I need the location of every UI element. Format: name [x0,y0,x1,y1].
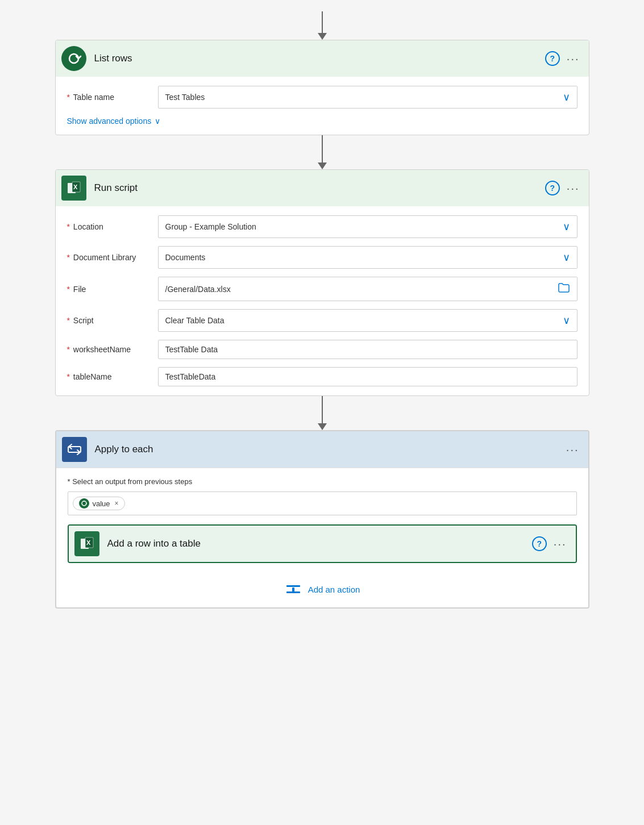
run-script-more-button[interactable]: ··· [567,182,580,195]
list-rows-help-button[interactable]: ? [545,51,560,66]
file-row: * File /General/Data.xlsx [67,277,577,301]
add-action-icon [284,580,302,598]
add-action-svg [284,580,302,598]
arrow-head [318,33,327,40]
arrow-head-1 [318,163,327,169]
script-value: Clear Table Data [165,316,225,325]
required-indicator: * [67,93,70,102]
document-library-label: * Document Library [67,253,158,262]
table-name-label: * Table name [67,93,158,102]
arrow-head-2 [318,423,327,430]
document-library-row: * Document Library Documents ∨ [67,246,577,269]
tag-icon [79,498,89,509]
sync-icon [66,51,82,66]
loop-icon [67,442,82,457]
location-row: * Location Group - Example Solution ∨ [67,215,577,238]
apply-icon [62,437,87,462]
list-rows-icon [61,46,86,71]
worksheet-name-label: * worksheetName [67,345,158,354]
arrow-line-2 [322,396,323,423]
top-arrow-connector [318,11,327,40]
run-script-actions: ? ··· [545,181,580,195]
tag-value: value [93,499,110,508]
advanced-options-chevron: ∨ [155,116,160,126]
apply-to-each-card: Apply to each ··· * Select an output fro… [55,430,589,609]
apply-to-each-body: * Select an output from previous steps v… [56,468,588,607]
run-script-help-button[interactable]: ? [545,181,560,195]
svg-text:X: X [73,184,78,190]
add-row-icon-container: X [69,526,105,562]
table-name-param-label: * tableName [67,372,158,381]
run-script-body: * Location Group - Example Solution ∨ * … [56,206,589,395]
svg-rect-9 [292,588,294,592]
arrow-connector-2 [318,396,327,430]
file-input[interactable]: /General/Data.xlsx [158,277,577,301]
apply-to-each-title: Apply to each [93,444,566,455]
select-output-field[interactable]: value × [68,491,577,515]
svg-rect-8 [286,585,300,587]
table-name-param-input[interactable] [158,367,577,386]
worksheet-name-input[interactable] [158,340,577,359]
list-rows-more-button[interactable]: ··· [567,52,580,65]
select-output-label: * Select an output from previous steps [68,477,577,486]
add-row-actions: ? ··· [532,536,567,551]
arrow-line-1 [322,135,323,163]
run-script-card: X Run script ? ··· * Location Group - Ex… [55,169,589,396]
file-label: * File [67,285,158,294]
document-library-chevron: ∨ [563,251,570,264]
advanced-options-label: Show advanced options [67,116,152,126]
script-dropdown[interactable]: Clear Table Data ∨ [158,309,577,332]
document-library-value: Documents [165,253,206,262]
add-row-excel-icon: X [79,536,95,552]
list-rows-icon-container [56,40,92,77]
folder-icon [558,282,570,294]
run-script-title: Run script [92,182,545,194]
add-row-icon: X [74,531,99,556]
worksheet-name-row: * worksheetName [67,340,577,359]
add-action-text: Add an action [308,585,360,594]
file-value: /General/Data.xlsx [165,285,231,294]
list-rows-header: List rows ? ··· [56,40,589,77]
location-dropdown[interactable]: Group - Example Solution ∨ [158,215,577,238]
add-row-help-button[interactable]: ? [532,536,547,551]
excel-icon: X [66,180,82,196]
add-row-card: X Add a row into a table ? ··· [68,524,577,563]
show-advanced-options[interactable]: Show advanced options ∨ [67,116,577,126]
script-row: * Script Clear Table Data ∨ [67,309,577,332]
location-chevron: ∨ [563,220,570,233]
list-rows-actions: ? ··· [545,51,580,66]
document-library-dropdown[interactable]: Documents ∨ [158,246,577,269]
apply-to-each-header: Apply to each ··· [56,431,588,468]
value-tag: value × [73,497,125,510]
apply-icon-container [56,431,93,468]
script-chevron: ∨ [563,314,570,327]
table-name-param-row: * tableName [67,367,577,386]
list-rows-card: List rows ? ··· * Table name Test Tables… [55,40,589,135]
table-name-chevron: ∨ [563,91,570,103]
add-row-title: Add a row into a table [105,538,532,549]
list-rows-title: List rows [92,53,545,64]
flow-canvas: List rows ? ··· * Table name Test Tables… [44,11,601,609]
file-browse-icon [558,282,570,296]
apply-to-each-actions: ··· [566,443,579,456]
arrow-connector-1 [318,135,327,169]
script-label: * Script [67,316,158,325]
run-script-header: X Run script ? ··· [56,170,589,206]
location-value: Group - Example Solution [165,222,256,231]
tag-sync-icon [81,500,88,507]
add-action-button[interactable]: Add an action [68,580,577,598]
add-row-more-button[interactable]: ··· [554,538,567,551]
add-row-header: X Add a row into a table ? ··· [69,526,576,562]
list-rows-body: * Table name Test Tables ∨ Show advanced… [56,77,589,135]
table-name-value: Test Tables [165,93,205,102]
run-script-icon: X [61,176,86,201]
tag-close-button[interactable]: × [115,499,119,507]
apply-to-each-more-button[interactable]: ··· [566,443,579,456]
svg-text:X: X [86,539,91,546]
location-label: * Location [67,222,158,231]
table-name-row: * Table name Test Tables ∨ [67,86,577,109]
table-name-dropdown[interactable]: Test Tables ∨ [158,86,577,109]
run-script-icon-container: X [56,170,92,206]
arrow-line [322,11,323,33]
